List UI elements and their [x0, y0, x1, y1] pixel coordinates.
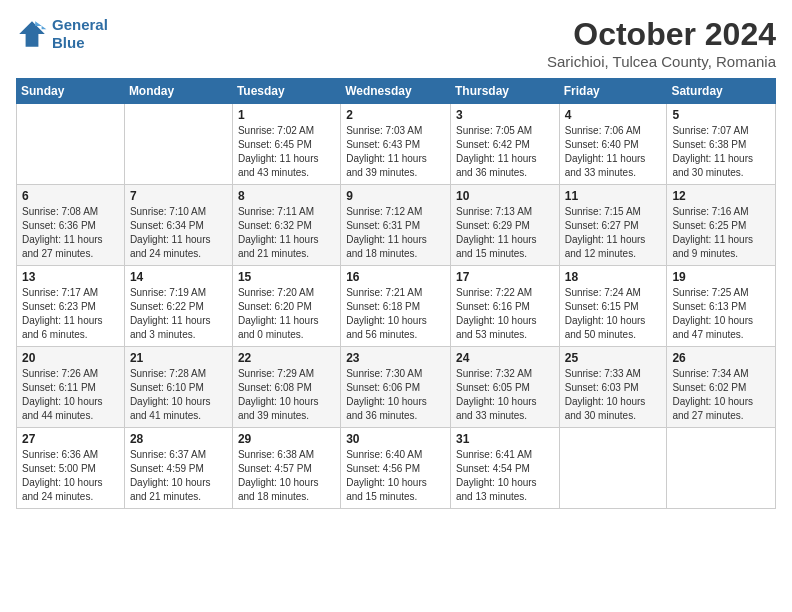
calendar-cell: 6Sunrise: 7:08 AM Sunset: 6:36 PM Daylig… — [17, 185, 125, 266]
calendar-cell: 26Sunrise: 7:34 AM Sunset: 6:02 PM Dayli… — [667, 347, 776, 428]
day-number: 5 — [672, 108, 770, 122]
day-number: 1 — [238, 108, 335, 122]
calendar-cell: 27Sunrise: 6:36 AM Sunset: 5:00 PM Dayli… — [17, 428, 125, 509]
day-detail: Sunrise: 7:29 AM Sunset: 6:08 PM Dayligh… — [238, 367, 335, 423]
day-number: 10 — [456, 189, 554, 203]
header-day: Thursday — [450, 79, 559, 104]
day-detail: Sunrise: 6:36 AM Sunset: 5:00 PM Dayligh… — [22, 448, 119, 504]
calendar-week: 1Sunrise: 7:02 AM Sunset: 6:45 PM Daylig… — [17, 104, 776, 185]
calendar-cell: 16Sunrise: 7:21 AM Sunset: 6:18 PM Dayli… — [341, 266, 451, 347]
day-detail: Sunrise: 7:15 AM Sunset: 6:27 PM Dayligh… — [565, 205, 662, 261]
day-detail: Sunrise: 7:08 AM Sunset: 6:36 PM Dayligh… — [22, 205, 119, 261]
calendar-table: SundayMondayTuesdayWednesdayThursdayFrid… — [16, 78, 776, 509]
day-detail: Sunrise: 7:20 AM Sunset: 6:20 PM Dayligh… — [238, 286, 335, 342]
day-number: 26 — [672, 351, 770, 365]
day-detail: Sunrise: 7:17 AM Sunset: 6:23 PM Dayligh… — [22, 286, 119, 342]
calendar-cell: 30Sunrise: 6:40 AM Sunset: 4:56 PM Dayli… — [341, 428, 451, 509]
calendar-cell: 29Sunrise: 6:38 AM Sunset: 4:57 PM Dayli… — [232, 428, 340, 509]
day-number: 25 — [565, 351, 662, 365]
calendar-cell: 31Sunrise: 6:41 AM Sunset: 4:54 PM Dayli… — [450, 428, 559, 509]
calendar-cell — [559, 428, 667, 509]
day-number: 20 — [22, 351, 119, 365]
header-day: Wednesday — [341, 79, 451, 104]
day-number: 2 — [346, 108, 445, 122]
day-detail: Sunrise: 7:10 AM Sunset: 6:34 PM Dayligh… — [130, 205, 227, 261]
calendar-cell: 25Sunrise: 7:33 AM Sunset: 6:03 PM Dayli… — [559, 347, 667, 428]
day-detail: Sunrise: 7:11 AM Sunset: 6:32 PM Dayligh… — [238, 205, 335, 261]
day-number: 12 — [672, 189, 770, 203]
calendar-cell: 11Sunrise: 7:15 AM Sunset: 6:27 PM Dayli… — [559, 185, 667, 266]
calendar-cell: 14Sunrise: 7:19 AM Sunset: 6:22 PM Dayli… — [124, 266, 232, 347]
month-title: October 2024 — [547, 16, 776, 53]
day-detail: Sunrise: 7:21 AM Sunset: 6:18 PM Dayligh… — [346, 286, 445, 342]
calendar-cell: 13Sunrise: 7:17 AM Sunset: 6:23 PM Dayli… — [17, 266, 125, 347]
day-number: 28 — [130, 432, 227, 446]
day-number: 22 — [238, 351, 335, 365]
header-day: Friday — [559, 79, 667, 104]
day-detail: Sunrise: 7:28 AM Sunset: 6:10 PM Dayligh… — [130, 367, 227, 423]
logo-text: General Blue — [52, 16, 108, 52]
day-detail: Sunrise: 6:38 AM Sunset: 4:57 PM Dayligh… — [238, 448, 335, 504]
logo: General Blue — [16, 16, 108, 52]
day-detail: Sunrise: 7:34 AM Sunset: 6:02 PM Dayligh… — [672, 367, 770, 423]
day-detail: Sunrise: 7:03 AM Sunset: 6:43 PM Dayligh… — [346, 124, 445, 180]
day-number: 18 — [565, 270, 662, 284]
day-detail: Sunrise: 7:25 AM Sunset: 6:13 PM Dayligh… — [672, 286, 770, 342]
day-number: 23 — [346, 351, 445, 365]
day-number: 27 — [22, 432, 119, 446]
calendar-cell: 4Sunrise: 7:06 AM Sunset: 6:40 PM Daylig… — [559, 104, 667, 185]
day-number: 30 — [346, 432, 445, 446]
day-number: 29 — [238, 432, 335, 446]
day-number: 8 — [238, 189, 335, 203]
calendar-cell: 8Sunrise: 7:11 AM Sunset: 6:32 PM Daylig… — [232, 185, 340, 266]
day-number: 15 — [238, 270, 335, 284]
day-detail: Sunrise: 7:24 AM Sunset: 6:15 PM Dayligh… — [565, 286, 662, 342]
day-number: 7 — [130, 189, 227, 203]
header-day: Tuesday — [232, 79, 340, 104]
calendar-cell: 1Sunrise: 7:02 AM Sunset: 6:45 PM Daylig… — [232, 104, 340, 185]
calendar-cell: 24Sunrise: 7:32 AM Sunset: 6:05 PM Dayli… — [450, 347, 559, 428]
day-number: 21 — [130, 351, 227, 365]
day-detail: Sunrise: 7:12 AM Sunset: 6:31 PM Dayligh… — [346, 205, 445, 261]
calendar-cell: 15Sunrise: 7:20 AM Sunset: 6:20 PM Dayli… — [232, 266, 340, 347]
calendar-cell: 20Sunrise: 7:26 AM Sunset: 6:11 PM Dayli… — [17, 347, 125, 428]
calendar-cell: 18Sunrise: 7:24 AM Sunset: 6:15 PM Dayli… — [559, 266, 667, 347]
calendar-cell: 19Sunrise: 7:25 AM Sunset: 6:13 PM Dayli… — [667, 266, 776, 347]
calendar-week: 27Sunrise: 6:36 AM Sunset: 5:00 PM Dayli… — [17, 428, 776, 509]
page-header: General Blue October 2024 Sarichioi, Tul… — [16, 16, 776, 70]
day-number: 6 — [22, 189, 119, 203]
day-number: 19 — [672, 270, 770, 284]
calendar-cell: 12Sunrise: 7:16 AM Sunset: 6:25 PM Dayli… — [667, 185, 776, 266]
day-number: 14 — [130, 270, 227, 284]
day-detail: Sunrise: 7:22 AM Sunset: 6:16 PM Dayligh… — [456, 286, 554, 342]
calendar-header: SundayMondayTuesdayWednesdayThursdayFrid… — [17, 79, 776, 104]
header-day: Saturday — [667, 79, 776, 104]
calendar-cell: 2Sunrise: 7:03 AM Sunset: 6:43 PM Daylig… — [341, 104, 451, 185]
calendar-cell: 10Sunrise: 7:13 AM Sunset: 6:29 PM Dayli… — [450, 185, 559, 266]
day-number: 17 — [456, 270, 554, 284]
calendar-cell: 21Sunrise: 7:28 AM Sunset: 6:10 PM Dayli… — [124, 347, 232, 428]
calendar-cell: 22Sunrise: 7:29 AM Sunset: 6:08 PM Dayli… — [232, 347, 340, 428]
calendar-cell — [124, 104, 232, 185]
calendar-cell: 3Sunrise: 7:05 AM Sunset: 6:42 PM Daylig… — [450, 104, 559, 185]
day-number: 31 — [456, 432, 554, 446]
day-number: 4 — [565, 108, 662, 122]
logo-icon — [16, 18, 48, 50]
calendar-week: 20Sunrise: 7:26 AM Sunset: 6:11 PM Dayli… — [17, 347, 776, 428]
calendar-week: 13Sunrise: 7:17 AM Sunset: 6:23 PM Dayli… — [17, 266, 776, 347]
calendar-cell: 5Sunrise: 7:07 AM Sunset: 6:38 PM Daylig… — [667, 104, 776, 185]
day-detail: Sunrise: 7:16 AM Sunset: 6:25 PM Dayligh… — [672, 205, 770, 261]
day-detail: Sunrise: 7:02 AM Sunset: 6:45 PM Dayligh… — [238, 124, 335, 180]
day-detail: Sunrise: 7:05 AM Sunset: 6:42 PM Dayligh… — [456, 124, 554, 180]
header-row: SundayMondayTuesdayWednesdayThursdayFrid… — [17, 79, 776, 104]
day-detail: Sunrise: 7:13 AM Sunset: 6:29 PM Dayligh… — [456, 205, 554, 261]
header-day: Monday — [124, 79, 232, 104]
calendar-cell — [17, 104, 125, 185]
day-detail: Sunrise: 7:30 AM Sunset: 6:06 PM Dayligh… — [346, 367, 445, 423]
day-detail: Sunrise: 7:19 AM Sunset: 6:22 PM Dayligh… — [130, 286, 227, 342]
calendar-week: 6Sunrise: 7:08 AM Sunset: 6:36 PM Daylig… — [17, 185, 776, 266]
day-number: 16 — [346, 270, 445, 284]
day-number: 13 — [22, 270, 119, 284]
calendar-body: 1Sunrise: 7:02 AM Sunset: 6:45 PM Daylig… — [17, 104, 776, 509]
day-detail: Sunrise: 7:33 AM Sunset: 6:03 PM Dayligh… — [565, 367, 662, 423]
